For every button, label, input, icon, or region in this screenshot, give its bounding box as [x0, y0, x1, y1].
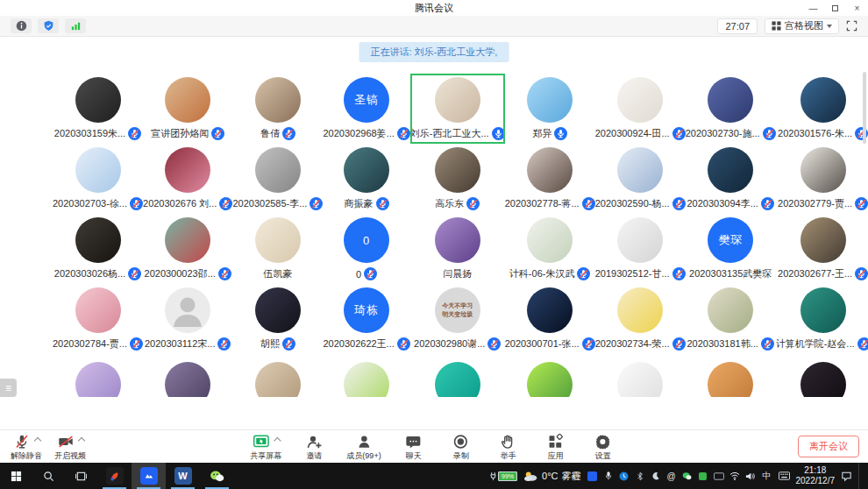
participant-tile[interactable]: 2019302512-甘...	[595, 214, 686, 284]
taskbar-app-wechat[interactable]	[200, 463, 234, 489]
participant-tile[interactable]: 鲁倩	[232, 74, 323, 144]
participant-tile[interactable]: 2020302734-荣...	[595, 284, 686, 354]
weather-widget[interactable]: 0°C 雾霾	[523, 470, 580, 483]
participant-tile[interactable]	[686, 354, 776, 397]
participant-tile[interactable]: 2020303181韩...	[686, 284, 776, 354]
security-tray-icon[interactable]	[698, 470, 708, 482]
taskbar-app-tencent-meeting[interactable]	[132, 463, 166, 489]
touch-keyboard-icon[interactable]	[779, 470, 790, 482]
participant-tile[interactable]: 今天不学习明天变垃圾2020302980谢...	[410, 284, 505, 354]
titlebar: 腾讯会议 — ×	[0, 0, 868, 16]
participant-tile[interactable]	[232, 354, 323, 397]
footer-record-button[interactable]: 录制	[446, 432, 476, 462]
chevron-up-icon[interactable]	[274, 437, 281, 444]
view-mode-button[interactable]: 宫格视图	[765, 18, 839, 34]
participant-tile[interactable]: 2020302590-杨...	[595, 144, 686, 214]
taskbar-search-button[interactable]	[32, 463, 65, 489]
start-button[interactable]	[0, 463, 32, 489]
participant-tile[interactable]: 2020300023邵...	[143, 214, 232, 284]
network-quality-button[interactable]	[65, 18, 86, 33]
participant-tile[interactable]: 2020302585-李...	[232, 144, 323, 214]
participant-tile[interactable]: 2020302784-贾...	[53, 284, 143, 354]
participant-tile-active[interactable]: 刘乐-西北工业大...	[410, 74, 505, 144]
participant-tile[interactable]: 2020301576-朱...	[776, 74, 868, 144]
participant-tile[interactable]: 高乐东	[410, 144, 505, 214]
participant-tile[interactable]: 2020302778-蒋...	[505, 144, 595, 214]
scrollbar-thumb[interactable]	[863, 72, 866, 144]
minimize-button[interactable]: —	[802, 0, 824, 16]
security-button[interactable]	[38, 18, 59, 33]
participant-tile[interactable]: 郑异	[505, 74, 595, 144]
network-tray-icon[interactable]	[729, 470, 740, 482]
participant-tile[interactable]: 闫晨扬	[410, 214, 505, 284]
restore-button[interactable]	[824, 0, 846, 16]
participant-tile[interactable]	[323, 354, 409, 397]
wechat-tray-icon[interactable]	[682, 470, 693, 482]
participant-tile[interactable]	[143, 354, 232, 397]
participant-tile[interactable]: 胡熙	[232, 284, 323, 354]
side-panel-handle[interactable]: ≡	[0, 379, 17, 397]
participant-tile[interactable]: 琦栋2020302622王...	[323, 284, 409, 354]
participant-tile[interactable]: 樊琛2020303135武樊琛	[686, 214, 776, 284]
participant-name: 2020302778-蒋...	[505, 197, 580, 210]
mail-tray-icon[interactable]: @	[666, 470, 677, 482]
participant-tile[interactable]: 2020303026杨...	[53, 214, 143, 284]
footer-raise-hand-button[interactable]: 举手	[494, 432, 523, 462]
footer-apps-button[interactable]: 应用	[541, 432, 571, 462]
participant-tile[interactable]: 2020302779-贾...	[776, 144, 868, 214]
ime-language-indicator[interactable]: 中	[762, 470, 772, 482]
leave-meeting-button[interactable]: 离开会议	[798, 436, 859, 457]
volume-tray-icon[interactable]	[745, 470, 756, 482]
participant-tile[interactable]: 2020302677-王...	[776, 214, 868, 284]
fullscreen-button[interactable]	[846, 20, 857, 32]
participant-tile[interactable]: 宣讲团孙烙闻	[143, 74, 232, 144]
task-view-button[interactable]	[65, 463, 97, 489]
taskbar-app-media-app[interactable]	[97, 463, 132, 489]
participant-name: 2020302676 刘...	[143, 197, 217, 210]
participant-tile[interactable]: 2020300924-田...	[595, 74, 686, 144]
participant-tile[interactable]: 2020303159朱...	[53, 74, 143, 144]
participant-tile[interactable]: 00	[323, 214, 409, 284]
moon-tray-icon[interactable]	[651, 470, 661, 482]
participant-tile[interactable]	[505, 354, 595, 397]
participant-tile[interactable]: 2020302676 刘...	[143, 144, 232, 214]
participant-tile[interactable]: 商振豪	[323, 144, 409, 214]
participant-tile[interactable]	[776, 354, 868, 397]
footer-chat-button[interactable]: 聊天	[399, 432, 429, 462]
bluetooth-tray-icon[interactable]	[635, 470, 645, 482]
footer-mic-muted-button[interactable]: 解除静音	[11, 432, 42, 462]
participant-tile[interactable]: 计科-06-朱汉武	[505, 214, 595, 284]
participant-tile[interactable]: 圣镐2020302968姜...	[323, 74, 409, 144]
footer-members-button[interactable]: 成员(99+)	[346, 432, 381, 462]
footer-item-label: 聊天	[406, 450, 422, 462]
clock-widget[interactable]: 21:18 2022/12/7	[796, 465, 836, 487]
battery-indicator[interactable]: 99%	[490, 471, 517, 481]
footer-camera-off-button[interactable]: 开启视频	[54, 432, 86, 462]
footer-invite-button[interactable]: 邀请	[299, 432, 329, 462]
participant-tile[interactable]: 计算机学院-赵会...	[776, 284, 868, 354]
participant-tile[interactable]: 2020303112宋...	[143, 284, 232, 354]
participant-tile[interactable]	[53, 354, 143, 397]
participant-tile[interactable]: 2020302730-施...	[686, 74, 776, 144]
close-button[interactable]: ×	[846, 0, 868, 16]
avatar	[527, 147, 573, 193]
meeting-info-button[interactable]	[11, 18, 32, 33]
card-tray-icon[interactable]	[714, 470, 724, 482]
show-desktop-button[interactable]	[858, 463, 863, 489]
participant-tile[interactable]: 2020300701-张...	[505, 284, 595, 354]
action-center-button[interactable]	[841, 470, 852, 482]
chevron-up-icon[interactable]	[33, 437, 40, 444]
participant-tile[interactable]	[595, 354, 686, 397]
participant-tile[interactable]: 2020303094李...	[686, 144, 776, 214]
participant-tile[interactable]: 2020302703-徐...	[53, 144, 143, 214]
chevron-up-icon[interactable]	[77, 437, 84, 444]
footer-settings-button[interactable]: 设置	[588, 432, 618, 462]
taskbar-app-word[interactable]: W	[166, 463, 200, 489]
footer-screen-share-button[interactable]: 共享屏幕	[250, 432, 281, 462]
participant-tile[interactable]	[410, 354, 505, 397]
clock-tray-icon[interactable]	[619, 470, 630, 482]
participant-tile[interactable]: 伍凯豪	[232, 214, 323, 284]
participant-name: 0	[356, 269, 361, 280]
meeting-tray-icon[interactable]	[587, 470, 598, 482]
mic-tray-icon[interactable]	[603, 470, 614, 482]
